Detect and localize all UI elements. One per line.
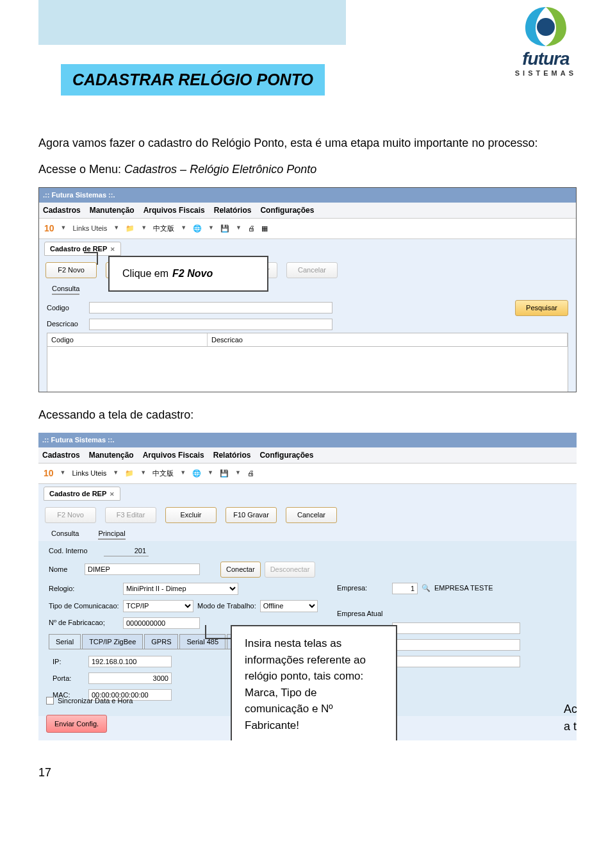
relogio-label: Relogio: [49, 583, 119, 594]
sync-checkbox[interactable] [46, 697, 54, 705]
modo-select[interactable]: Offline [260, 600, 318, 612]
page-number: 17 [38, 766, 577, 780]
nfab-label: Nº de Fabricacao; [49, 617, 119, 628]
toolbar-links[interactable]: Links Uteis [73, 223, 108, 234]
grid-header: Codigo Descricao [47, 333, 568, 347]
close-tab-icon[interactable]: ✕ [110, 246, 115, 253]
tipo-com-select[interactable]: TCP/IP [123, 600, 193, 612]
menu-bar-2: Cadastros Manutenção Arquivos Fiscais Re… [38, 447, 577, 463]
subtab-principal[interactable]: Principal [98, 528, 125, 540]
toolbar-folder-icon[interactable]: 📁 [125, 468, 134, 479]
logo-swirl-icon [520, 4, 571, 49]
toolbar-globe-icon[interactable]: 🌐 [192, 468, 201, 479]
conntab-serial485[interactable]: Serial 485 [179, 634, 226, 649]
filter-codigo-label: Codigo [47, 303, 85, 313]
tipo-com-label: Tipo de Comunicacao: [49, 601, 119, 612]
cod-interno-input[interactable] [104, 545, 149, 556]
header-bar [38, 0, 346, 45]
enviar-config-button[interactable]: Enviar Config. [46, 715, 107, 733]
menu-configuracoes[interactable]: Configurações [260, 204, 314, 216]
sync-label: Sincronizar Data e Hora [58, 696, 133, 706]
conntab-serial[interactable]: Serial [49, 634, 81, 649]
modo-label: Modo de Trabalho: [197, 601, 256, 612]
cancelar-button[interactable]: Cancelar [286, 262, 338, 278]
empresa-value: EMPRESA TESTE [434, 583, 493, 594]
logo-subtitle: SISTEMAS [515, 69, 577, 77]
logo: futura SISTEMAS [515, 4, 577, 77]
filter-codigo-input[interactable] [89, 302, 332, 313]
porta-input[interactable] [88, 672, 172, 684]
subtab-consulta[interactable]: Consulta [52, 283, 79, 296]
mid-paragraph: Acessando a tela de cadastro: [38, 406, 577, 424]
lookup-icon[interactable]: 🔍 [422, 583, 430, 594]
toolbar-lang[interactable]: 中文版 [153, 223, 174, 234]
svg-point-0 [537, 18, 555, 36]
excluir-button-2[interactable]: Excluir [165, 507, 217, 523]
novo-button[interactable]: F2 Novo [45, 262, 97, 278]
ip-label: IP: [53, 656, 85, 667]
porta-label: Porta: [53, 673, 85, 684]
tab-cadastro-rep[interactable]: Cadastro de REP ✕ [44, 242, 121, 256]
tab-cadastro-rep-2[interactable]: Cadastro de REP ✕ [44, 487, 120, 501]
menu-relatorios[interactable]: Relatórios [214, 204, 252, 216]
callout-f2novo: Clique em F2 Novo [108, 256, 268, 292]
cei-input[interactable] [392, 656, 520, 667]
nome-input[interactable] [85, 563, 200, 575]
empresa2-input[interactable] [392, 622, 520, 634]
screenshot-2: .:: Futura Sistemas ::. Cadastros Manute… [38, 433, 577, 740]
desconectar-button[interactable]: Desconectar [265, 562, 316, 578]
intro-paragraph-2: Acesse o Menu: Cadastros – Relógio Eletr… [38, 161, 577, 178]
nome-label: Nome [49, 564, 81, 575]
conectar-button[interactable]: Conectar [220, 562, 261, 578]
sync-row: Sincronizar Data e Hora [46, 696, 133, 706]
toolbar-counter: 10 [44, 222, 54, 235]
toolbar-print-icon[interactable]: 🖨 [247, 468, 254, 479]
subtab-consulta-2[interactable]: Consulta [51, 528, 79, 540]
window-title-2: .:: Futura Sistemas ::. [38, 433, 577, 447]
page-title: CADASTRAR RELÓGIO PONTO [61, 64, 325, 96]
side-note: Acessando a tela: [564, 701, 577, 735]
screenshot-1: .:: Futura Sistemas ::. Cadastros Manute… [38, 187, 577, 392]
search-button[interactable]: Pesquisar [515, 300, 568, 316]
intro-paragraph-1: Agora vamos fazer o cadastro do Relógio … [38, 135, 577, 152]
grid-col-codigo: Codigo [47, 333, 208, 347]
menu-cadastros[interactable]: Cadastros [43, 204, 81, 216]
empresa-code-input[interactable] [392, 583, 418, 594]
gravar-button-2[interactable]: F10 Gravar [226, 507, 277, 523]
close-tab-icon[interactable]: ✕ [110, 491, 115, 497]
nfab-input[interactable] [123, 617, 200, 629]
cancelar-button-2[interactable]: Cancelar [286, 507, 337, 523]
toolbar-folder-icon[interactable]: 📁 [126, 223, 135, 234]
relogio-select[interactable]: MiniPrint II - Dimep [123, 583, 238, 595]
cod-interno-label: Cod. Interno [49, 546, 100, 556]
toolbar: 10 ▼ Links Uteis ▼ 📁 ▼ 中文版 ▼ 🌐 ▼ 💾 ▼ 🖨 ▦ [39, 219, 576, 239]
cnpj-input[interactable] [392, 639, 520, 651]
menu-bar: Cadastros Manutenção Arquivos Fiscais Re… [39, 203, 576, 219]
toolbar-save-icon[interactable]: 💾 [220, 223, 229, 234]
toolbar-2: 10▼ Links Uteis▼ 📁▼ 中文版▼ 🌐▼ 💾▼ 🖨 [38, 463, 577, 484]
editar-button-2[interactable]: F3 Editar [105, 507, 156, 523]
toolbar-grid-icon[interactable]: ▦ [261, 223, 268, 234]
conntab-gprs[interactable]: GPRS [144, 634, 178, 649]
empresa-atual-label: Empresa Atual [337, 608, 566, 619]
conntab-tcpip-zigbee[interactable]: TCP/IP ZigBee [82, 634, 143, 649]
ip-input[interactable] [88, 656, 172, 667]
grid-body[interactable] [47, 347, 568, 392]
toolbar-print-icon[interactable]: 🖨 [248, 223, 255, 234]
logo-brand: futura [515, 49, 577, 69]
filter-descricao-input[interactable] [89, 319, 332, 330]
grid-col-descricao: Descricao [208, 333, 568, 347]
window-title: .:: Futura Sistemas ::. [39, 188, 576, 203]
menu-manutencao[interactable]: Manutenção [90, 204, 135, 216]
toolbar-chevron-icon[interactable]: ▼ [61, 224, 67, 233]
menu-arquivos-fiscais[interactable]: Arquivos Fiscais [144, 204, 205, 216]
novo-button-2[interactable]: F2 Novo [45, 507, 96, 523]
filter-descricao-label: Descricao [47, 319, 85, 330]
toolbar-globe-icon[interactable]: 🌐 [193, 223, 202, 234]
toolbar-save-icon[interactable]: 💾 [220, 468, 229, 479]
empresa-label: Empresa: [337, 583, 388, 594]
callout-instrucoes: Insira nesta telas as informações refere… [231, 625, 397, 740]
